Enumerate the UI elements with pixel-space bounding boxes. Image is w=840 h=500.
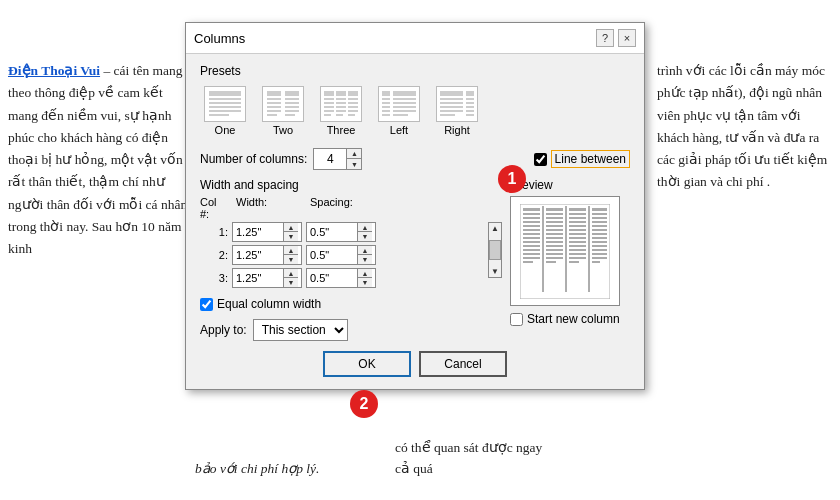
svg-rect-36 bbox=[382, 91, 390, 96]
num-cols-input[interactable] bbox=[314, 149, 346, 169]
svg-rect-81 bbox=[546, 229, 563, 231]
svg-rect-41 bbox=[393, 102, 416, 104]
apply-to-select[interactable]: This section bbox=[253, 319, 348, 341]
ws-row3-width-down[interactable]: ▼ bbox=[284, 278, 298, 287]
ws-row3-width-input[interactable] bbox=[233, 269, 283, 287]
svg-rect-72 bbox=[523, 253, 540, 255]
start-new-col-checkbox[interactable] bbox=[510, 313, 523, 326]
svg-rect-70 bbox=[523, 245, 540, 247]
num-cols-up[interactable]: ▲ bbox=[347, 149, 361, 159]
scroll-thumb[interactable] bbox=[489, 240, 501, 260]
ws-row1-spacing-input[interactable] bbox=[307, 223, 357, 241]
ws-row2-spacing-down[interactable]: ▼ bbox=[358, 255, 372, 264]
dialog-right: Preview bbox=[510, 178, 630, 341]
svg-rect-82 bbox=[546, 233, 563, 235]
num-cols-spinner[interactable]: ▲ ▼ bbox=[313, 148, 362, 170]
svg-rect-62 bbox=[523, 213, 540, 215]
ws-row3-spacing-up[interactable]: ▲ bbox=[358, 269, 372, 278]
svg-rect-114 bbox=[592, 241, 607, 243]
ws-rows: 1: ▲ ▼ ▲ bbox=[200, 222, 484, 291]
ws-row3-width-spinner[interactable]: ▲ ▼ bbox=[232, 268, 302, 288]
svg-rect-14 bbox=[267, 110, 281, 112]
svg-rect-8 bbox=[267, 98, 281, 100]
ws-row1-spacing-up[interactable]: ▲ bbox=[358, 223, 372, 232]
svg-rect-20 bbox=[348, 91, 358, 96]
svg-rect-34 bbox=[336, 114, 343, 116]
ws-row1-spacing-spinner[interactable]: ▲ ▼ bbox=[306, 222, 376, 242]
svg-rect-103 bbox=[569, 257, 586, 259]
preset-right-icon bbox=[436, 86, 478, 122]
ws-row2-width-spinner[interactable]: ▲ ▼ bbox=[232, 245, 302, 265]
svg-rect-112 bbox=[592, 233, 607, 235]
svg-rect-109 bbox=[592, 221, 607, 223]
svg-rect-31 bbox=[336, 110, 346, 112]
svg-rect-18 bbox=[324, 91, 334, 96]
svg-rect-94 bbox=[569, 221, 586, 223]
titlebar-buttons: ? × bbox=[596, 29, 636, 47]
brand-link[interactable]: Điện Thoại Vui bbox=[8, 63, 100, 78]
ws-row2-width-input[interactable] bbox=[233, 246, 283, 264]
svg-rect-17 bbox=[285, 114, 295, 116]
ws-row2-spacing-btns: ▲ ▼ bbox=[357, 246, 372, 264]
line-between-checkbox[interactable] bbox=[534, 153, 547, 166]
ws-scrollbar[interactable]: ▲ ▼ bbox=[488, 222, 502, 278]
ws-row1-width-down[interactable]: ▼ bbox=[284, 232, 298, 241]
ws-row1-spacing-down[interactable]: ▼ bbox=[358, 232, 372, 241]
ws-row1-width-input[interactable] bbox=[233, 223, 283, 241]
preset-two[interactable]: Two bbox=[258, 84, 308, 138]
ws-header-row: Col #: Width: Spacing: bbox=[200, 196, 502, 220]
svg-rect-37 bbox=[393, 91, 416, 96]
ws-row1-num: 1: bbox=[200, 226, 228, 238]
scroll-up-arrow[interactable]: ▲ bbox=[490, 223, 500, 234]
dialog-titlebar: Columns ? × bbox=[186, 23, 644, 54]
num-cols-down[interactable]: ▼ bbox=[347, 159, 361, 169]
svg-rect-13 bbox=[285, 106, 299, 108]
cancel-button[interactable]: Cancel bbox=[419, 351, 507, 377]
svg-rect-96 bbox=[569, 229, 586, 231]
svg-rect-7 bbox=[285, 91, 299, 96]
dialog-title: Columns bbox=[194, 31, 245, 46]
scroll-down-arrow[interactable]: ▼ bbox=[490, 266, 500, 277]
ws-row2-spacing-input[interactable] bbox=[307, 246, 357, 264]
svg-rect-78 bbox=[546, 217, 563, 219]
svg-rect-4 bbox=[209, 110, 241, 112]
ws-row3-spacing-btns: ▲ ▼ bbox=[357, 269, 372, 287]
presets-row: One bbox=[200, 84, 630, 138]
equal-col-checkbox[interactable] bbox=[200, 298, 213, 311]
svg-rect-117 bbox=[592, 253, 607, 255]
svg-rect-1 bbox=[209, 98, 241, 100]
ws-row2-spacing-up[interactable]: ▲ bbox=[358, 246, 372, 255]
svg-rect-63 bbox=[523, 217, 540, 219]
svg-rect-91 bbox=[569, 208, 586, 211]
preset-right[interactable]: Right bbox=[432, 84, 482, 138]
preset-one[interactable]: One bbox=[200, 84, 250, 138]
preset-two-icon bbox=[262, 86, 304, 122]
line-between-container: Line between bbox=[534, 150, 630, 168]
dialog-left: Width and spacing Col #: Width: Spacing:… bbox=[200, 178, 502, 341]
ws-row2-width-up[interactable]: ▲ bbox=[284, 246, 298, 255]
close-button[interactable]: × bbox=[618, 29, 636, 47]
ws-row3-width-up[interactable]: ▲ bbox=[284, 269, 298, 278]
ws-row1-width-up[interactable]: ▲ bbox=[284, 223, 298, 232]
ws-row1-width-spinner[interactable]: ▲ ▼ bbox=[232, 222, 302, 242]
svg-rect-3 bbox=[209, 106, 241, 108]
ws-row3-spacing-down[interactable]: ▼ bbox=[358, 278, 372, 287]
svg-rect-56 bbox=[440, 110, 463, 112]
ws-row3-spacing-input[interactable] bbox=[307, 269, 357, 287]
preset-left[interactable]: Left bbox=[374, 84, 424, 138]
ws-row3-spacing-spinner[interactable]: ▲ ▼ bbox=[306, 268, 376, 288]
svg-rect-10 bbox=[267, 102, 281, 104]
svg-rect-55 bbox=[466, 106, 474, 108]
left-text-area: Điện Thoại Vui – cái tên mang theo thông… bbox=[8, 60, 193, 260]
ok-button[interactable]: OK bbox=[323, 351, 411, 377]
svg-rect-87 bbox=[546, 253, 563, 255]
right-text-area: trình với các lỗi cần máy móc phức tạp n… bbox=[657, 60, 832, 194]
help-button[interactable]: ? bbox=[596, 29, 614, 47]
svg-rect-27 bbox=[324, 106, 334, 108]
preset-three[interactable]: Three bbox=[316, 84, 366, 138]
svg-rect-26 bbox=[348, 102, 358, 104]
svg-rect-65 bbox=[523, 225, 540, 227]
ws-row2-width-down[interactable]: ▼ bbox=[284, 255, 298, 264]
svg-rect-93 bbox=[569, 217, 586, 219]
ws-row2-spacing-spinner[interactable]: ▲ ▼ bbox=[306, 245, 376, 265]
